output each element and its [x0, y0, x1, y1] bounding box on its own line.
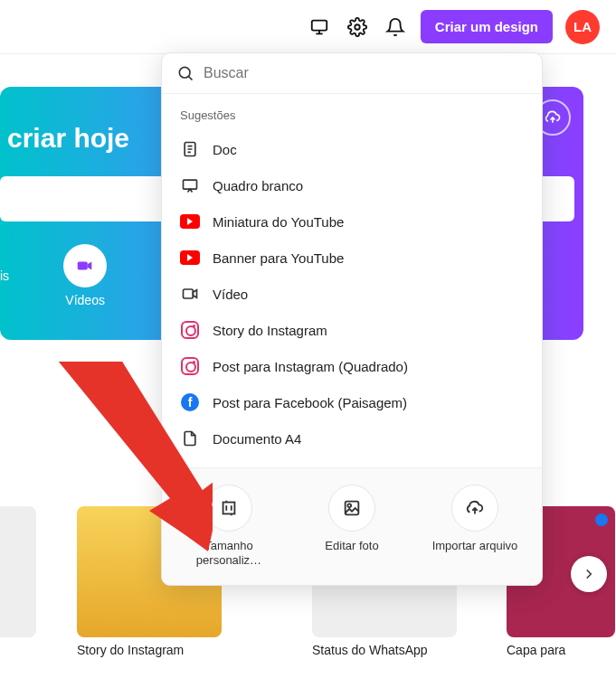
- panel-footer: Tamanho personaliz… Editar foto Importar…: [162, 467, 542, 585]
- svg-rect-6: [184, 289, 194, 298]
- option-yt-banner[interactable]: Banner para YouTube: [162, 240, 542, 276]
- instagram-icon: [180, 356, 200, 376]
- create-design-panel: Sugestões Doc Quadro branco Miniatura do…: [161, 52, 543, 586]
- footer-edit-photo[interactable]: Editar foto: [298, 485, 406, 567]
- suggestions-label: Sugestões: [162, 105, 542, 131]
- footer-import-file[interactable]: Importar arquivo: [421, 485, 529, 567]
- create-design-button[interactable]: Criar um design: [421, 10, 553, 43]
- category-partial[interactable]: is: [0, 268, 9, 283]
- cloud-upload-icon: [451, 485, 498, 532]
- template-card-paisa[interactable]: Paisa…: [0, 506, 36, 657]
- youtube-icon: [180, 248, 200, 268]
- instagram-icon: [180, 320, 200, 340]
- topbar: Criar um design LA: [0, 0, 616, 54]
- option-ig-story[interactable]: Story do Instagram: [162, 312, 542, 348]
- avatar[interactable]: LA: [565, 10, 600, 44]
- custom-size-icon: [205, 485, 252, 532]
- doc-icon: [180, 139, 200, 159]
- option-yt-thumb[interactable]: Miniatura do YouTube: [162, 203, 542, 240]
- gear-icon[interactable]: [345, 14, 370, 40]
- whiteboard-icon: [180, 175, 200, 195]
- facebook-badge-icon: [595, 513, 608, 526]
- svg-rect-2: [78, 261, 88, 269]
- page-icon: [180, 428, 200, 448]
- svg-rect-8: [346, 502, 359, 515]
- svg-point-9: [347, 504, 351, 507]
- option-ig-post[interactable]: Post para Instagram (Quadrado): [162, 348, 542, 384]
- footer-custom-size[interactable]: Tamanho personaliz…: [175, 485, 283, 567]
- panel-search[interactable]: [162, 53, 542, 94]
- option-doc[interactable]: Doc: [162, 131, 542, 167]
- svg-rect-7: [223, 503, 235, 514]
- video-icon: [180, 284, 200, 304]
- option-doc-a4[interactable]: Documento A4: [162, 420, 542, 457]
- svg-point-1: [355, 24, 360, 30]
- search-icon: [176, 64, 194, 82]
- option-whiteboard[interactable]: Quadro branco: [162, 167, 542, 203]
- category-videos[interactable]: Vídeos: [63, 244, 107, 307]
- next-button[interactable]: [571, 556, 607, 592]
- youtube-icon: [180, 212, 200, 231]
- facebook-icon: f: [180, 392, 200, 412]
- option-fb-post[interactable]: f Post para Facebook (Paisagem): [162, 384, 542, 420]
- image-icon: [328, 485, 375, 532]
- svg-point-3: [179, 67, 190, 78]
- desktop-icon[interactable]: [307, 14, 332, 40]
- bell-icon[interactable]: [383, 14, 408, 40]
- svg-rect-0: [312, 20, 327, 30]
- option-video[interactable]: Vídeo: [162, 276, 542, 312]
- search-input[interactable]: [204, 65, 527, 81]
- svg-rect-5: [184, 180, 197, 189]
- video-camera-icon: [63, 244, 107, 287]
